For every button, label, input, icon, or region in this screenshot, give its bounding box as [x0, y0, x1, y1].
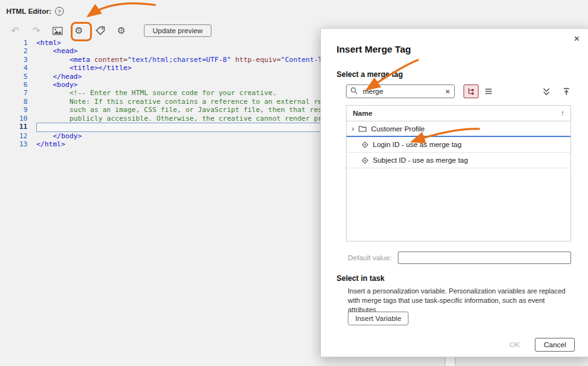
merge-tag-row[interactable]: ›Customer Profile [347, 121, 570, 137]
default-value-input[interactable] [398, 252, 571, 264]
merge-tag-icon [362, 157, 368, 164]
insert-image-icon[interactable] [51, 24, 64, 37]
merge-tag-icon-button[interactable] [94, 24, 106, 37]
merge-tag-rows: ›Customer ProfileLogin ID - use as merge… [347, 121, 570, 241]
default-value-label: Default value: [348, 254, 392, 262]
line-number: 12 [0, 132, 36, 140]
close-icon[interactable]: ✕ [574, 35, 580, 43]
merge-tag-label: Login ID - use as merge tag [373, 141, 462, 148]
merge-tag-label: Customer Profile [371, 125, 425, 133]
line-number: 8 [0, 98, 36, 106]
folder-icon [358, 125, 367, 132]
tree-utility-icons [541, 86, 571, 96]
merge-tag-icon [362, 141, 368, 148]
merge-tag-row[interactable]: Subject ID - use as merge tag [347, 153, 570, 168]
list-view-toggle[interactable] [481, 84, 496, 98]
table-header-row[interactable]: Name ↑ [347, 106, 570, 121]
default-value-row: Default value: [348, 252, 571, 264]
page: HTML Editor: ? ↶ ↷ ⚙ ⚙ Update preview 1<… [0, 0, 588, 366]
line-number: 7 [0, 89, 36, 97]
update-preview-button[interactable]: Update preview [144, 24, 211, 37]
page-title: HTML Editor: [6, 8, 51, 15]
expand-to-top-icon[interactable] [561, 86, 571, 96]
clear-search-icon[interactable]: ✕ [445, 88, 450, 95]
line-number: 3 [0, 56, 36, 64]
dialog-footer: OK Cancel [506, 338, 575, 352]
editor-header: HTML Editor: ? [6, 7, 64, 16]
expand-chevron-icon[interactable]: › [352, 125, 354, 133]
merge-tag-row[interactable]: Login ID - use as merge tag [347, 137, 570, 153]
help-icon[interactable]: ? [55, 7, 64, 16]
arrow-to-merge-tag-toolbar-icon [89, 3, 155, 16]
ok-button[interactable]: OK [506, 340, 524, 349]
name-column-header: Name [353, 109, 372, 117]
merge-tag-search[interactable]: ✕ [346, 84, 455, 98]
sort-ascending-icon[interactable]: ↑ [560, 109, 564, 118]
select-in-task-description: Insert a personalization variable. Perso… [348, 287, 570, 315]
line-number: 11 [0, 123, 36, 132]
collapse-all-icon[interactable] [541, 86, 551, 96]
merge-tag-table: Name ↑ ›Customer ProfileLogin ID - use a… [346, 105, 571, 241]
dialog-title: Insert Merge Tag [337, 44, 411, 54]
view-toggle-group [464, 84, 496, 98]
preferences-gear-icon[interactable]: ⚙ [115, 24, 128, 37]
tree-view-toggle[interactable] [464, 84, 479, 98]
line-number: 4 [0, 64, 36, 72]
editor-toolbar: ↶ ↷ ⚙ ⚙ Update preview [9, 23, 211, 39]
search-icon [350, 86, 358, 97]
line-number: 6 [0, 81, 36, 89]
redo-icon[interactable]: ↷ [30, 24, 43, 37]
settings-gear-icon[interactable]: ⚙ [73, 24, 85, 37]
line-number: 9 [0, 106, 36, 114]
line-number: 1 [0, 39, 36, 47]
search-input[interactable] [362, 87, 442, 96]
line-number: 10 [0, 114, 36, 123]
select-merge-tag-heading: Select a merge tag [337, 70, 403, 79]
line-number: 13 [0, 140, 36, 148]
insert-merge-tag-dialog: ✕ Insert Merge Tag Select a merge tag ✕ [320, 28, 588, 357]
line-number: 5 [0, 73, 36, 81]
select-in-task-heading: Select in task [337, 274, 385, 283]
line-number: 2 [0, 47, 36, 55]
merge-tag-label: Subject ID - use as merge tag [373, 156, 468, 164]
search-row: ✕ [346, 84, 571, 99]
undo-icon[interactable]: ↶ [9, 24, 21, 37]
cancel-button[interactable]: Cancel [535, 338, 575, 352]
insert-variable-button[interactable]: Insert Variable [348, 312, 408, 325]
